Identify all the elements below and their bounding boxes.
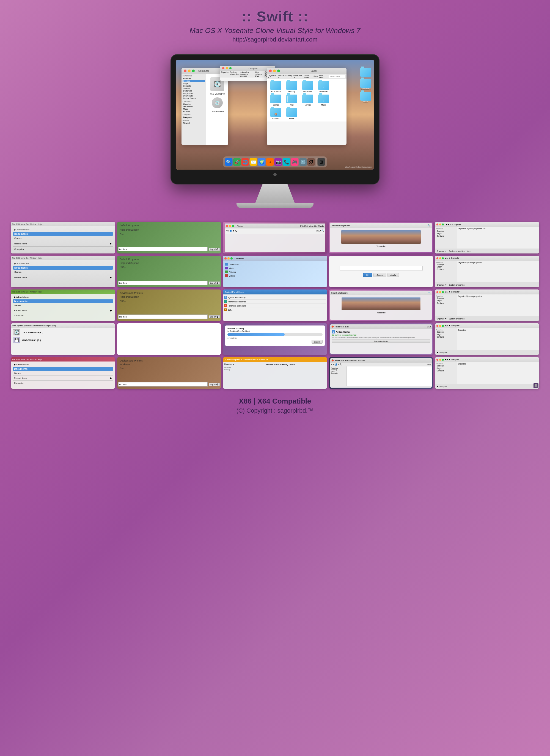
menu2-documents[interactable]: Documents [13,266,113,270]
menu3-games[interactable]: Games [13,304,113,307]
maximize-button[interactable] [192,70,195,72]
minimize-button-user[interactable] [273,70,276,72]
drive-osx[interactable]: 💽 OS X YOSEMITE (C:) [13,329,113,335]
desktop-folder-2[interactable]: Wallpapers [360,79,371,90]
dv-devices[interactable]: Devices and Printers [119,359,219,363]
logoff-r2[interactable]: Log off ⏻ [209,282,220,285]
menu2-games[interactable]: Games [13,270,113,274]
prog2-help[interactable]: Help and Support [119,261,219,265]
desktop-folder-3[interactable]: Music [360,92,371,103]
cp-network[interactable]: 🌐 Network and Internet [224,300,326,304]
maximize-button-cp[interactable] [229,67,231,69]
menu3-computer[interactable]: Computer [13,314,113,317]
lib-documents[interactable]: Documents [224,262,326,266]
folder-games[interactable]: Games [269,95,283,106]
lib-music[interactable]: Music [224,266,326,270]
header-url[interactable]: http://sagorpirbd.deviantart.com [0,36,550,43]
folder-public[interactable]: Public [285,108,299,119]
folder-applications[interactable]: Applications [269,81,283,92]
menu-administrator[interactable]: ▶ Administrator [13,228,113,231]
cp-system[interactable]: ⚙ System and Security [224,296,326,300]
dock-ps[interactable]: 🖼 [308,158,315,166]
close-button[interactable] [184,70,186,72]
search-input-r3[interactable] [118,314,207,319]
dock-app2[interactable]: ⚙️ [299,158,307,166]
dv-viewer[interactable]: to Viewer [119,363,219,366]
minimize-button[interactable] [188,70,190,72]
close-button-user[interactable] [269,70,272,72]
search-input-r1[interactable] [118,247,207,251]
max-r1[interactable] [232,225,234,227]
dock-mail[interactable]: ✉️ [250,158,257,166]
dv-run[interactable]: Run... [119,366,219,370]
cp-hardware[interactable]: ⚡ Hardware and Sound [224,304,326,308]
folder-music[interactable]: ♪ Music [317,95,331,106]
maximize-button-user[interactable] [277,70,280,72]
header-subtitle: Mac OS X Yosemite Clone Visual Style for… [0,26,550,35]
dialog-buttons: OK Cancel Apply [363,273,399,277]
menu2-recent[interactable]: Recent Items ▶ [13,276,113,279]
prog-default[interactable]: Default Programs [119,224,219,227]
cell-r2-dialog: OK Cancel Apply [329,256,433,287]
dock-skype[interactable]: 📞 [283,158,291,166]
minimize-button-cp[interactable] [226,67,228,69]
search-input-r5[interactable] [118,382,207,387]
menu-computer[interactable]: Computer [13,247,113,251]
logoff-r5[interactable]: Log off ⏻ [209,383,220,386]
search-input[interactable] [329,75,346,78]
desktop-folder-1[interactable] [360,68,371,77]
dock-photos[interactable]: 📷 [274,158,282,166]
close-r1[interactable] [226,225,228,227]
folder-download[interactable]: ↓ Download [317,81,331,92]
prog2-run[interactable]: Run... [119,265,219,269]
dialog-input[interactable] [340,266,423,271]
dev-help[interactable]: Help and Support [119,295,219,299]
lib-videos[interactable]: Videos [224,274,326,278]
ok-button[interactable]: OK [363,273,372,277]
logoff-button-r1[interactable]: Log off ⏻ [209,248,220,251]
progress-dest: to Desktop (C:\...Desktop) [227,330,323,332]
dev-run[interactable]: Run... [119,299,219,303]
menu5-admin[interactable]: ▶ Administrator [13,363,113,366]
menu3-docs[interactable]: Documents [13,299,113,303]
lib-pictures[interactable]: Pictures [224,270,326,274]
dock-chrome[interactable]: 🌍 [258,158,265,166]
menu5-games[interactable]: Games [13,371,113,375]
drive-win[interactable]: 💾 WINDOWS 8.1 (D:) [13,337,113,343]
menu2-administrator[interactable]: ▶ Administrator [13,262,113,265]
min-r1[interactable] [229,225,231,227]
apply-button[interactable]: Apply [388,273,399,277]
dock-finder[interactable]: 🔍 [225,158,233,166]
menu5-docs[interactable]: Documents [13,367,113,371]
menu3-admin[interactable]: ▶ Administrator [13,295,113,299]
prog-help[interactable]: Help and Support [119,228,219,232]
dock-music[interactable]: ♪ [266,158,274,166]
prog-run[interactable]: Run... [119,232,219,236]
dev-devices[interactable]: Devices and Printers [119,291,219,295]
close-button-cp[interactable] [222,67,224,69]
folder-pictures[interactable]: 🌄 Pictures [269,108,283,119]
folder-desktop[interactable]: Desktop [285,81,299,92]
search-input-r2[interactable] [118,281,207,285]
prog2-default[interactable]: Default Programs [119,257,219,261]
folder-mail[interactable]: Mail [285,95,299,106]
menu5-recent[interactable]: Recent Items ▶ [13,376,113,380]
network-content: Favorites Desktop [224,366,326,371]
dock-safari[interactable]: 🌐 [241,158,249,166]
finder-window-user[interactable]: Sagor Organize ▼ Include in library ▼ Sh… [267,68,347,145]
menu-games[interactable]: Games [13,236,113,240]
cp-programs[interactable]: ☢ Def... [224,308,326,312]
dock-trash[interactable]: 🗑 [318,158,325,166]
cancel-button[interactable]: Cancel [374,273,386,277]
dock-launchpad[interactable]: 🚀 [233,158,241,166]
folder-movies[interactable]: Movies [301,95,315,106]
menu3-recent[interactable]: Recent Items ▶ [13,309,113,312]
logoff-r3[interactable]: Log off ⏻ [209,315,220,318]
folder-document[interactable]: Document [301,81,315,92]
cancel-progress[interactable]: Cancel [312,340,323,344]
menu-documents[interactable]: Documents [13,232,113,236]
menu5-computer[interactable]: Computer [13,381,113,385]
open-action-button[interactable]: Open Action Center [332,340,431,343]
dock-app1[interactable]: 🎮 [291,158,299,166]
menu-recent-items[interactable]: Recent Items ▶ [13,242,113,245]
